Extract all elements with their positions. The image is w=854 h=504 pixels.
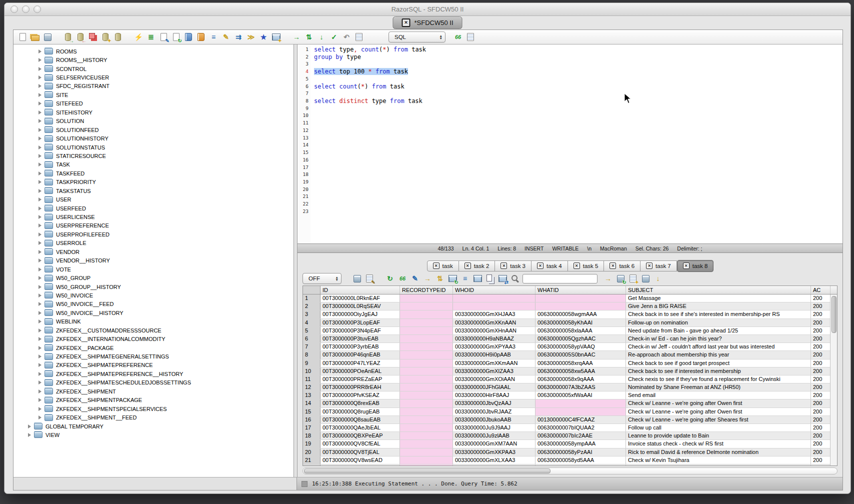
edit-statement-icon[interactable]: ✎ <box>158 32 168 42</box>
expand-triangle-icon[interactable] <box>38 198 42 202</box>
table-cell[interactable]: 200 <box>811 440 830 448</box>
table-cell[interactable]: 0033000000GmXM7AAN <box>453 440 536 448</box>
code-line-2[interactable]: group by type <box>314 54 842 61</box>
table-row[interactable]: 2100T3000000QV8wsEAD0033000000GmXLXAA300… <box>303 456 837 464</box>
table-cell[interactable]: 0033000000Ju9zlAAB <box>453 432 536 440</box>
tree-item-w50-group[interactable]: W50_GROUP <box>14 274 294 282</box>
table-cell[interactable] <box>400 392 453 399</box>
tree-item-zkfedex-shipmatepreference[interactable]: ZKFEDEX__SHIPMATEPREFERENCE <box>14 361 294 370</box>
favorites-star-icon[interactable]: ★ <box>258 32 268 42</box>
result-tab-task-6[interactable]: ✕task 6 <box>604 260 640 272</box>
edit-cell-icon[interactable]: ✎ <box>410 274 420 284</box>
tree-item-taskfeed[interactable]: TASKFEED <box>14 169 294 178</box>
table-cell[interactable]: Invoice status check - check w/ RS first <box>626 440 811 448</box>
tree-item-site[interactable]: SITE <box>14 90 294 99</box>
table-cell[interactable]: 0033000000GmXKmAAN <box>453 360 536 367</box>
table-cell[interactable]: 006300000058yd5AAA <box>536 456 626 464</box>
table-cell[interactable]: 0033000000GmXHnAAN <box>453 327 536 334</box>
expand-triangle-icon[interactable] <box>38 58 42 62</box>
table-cell[interactable]: Check back in to see if she's interested… <box>626 310 811 318</box>
result-tab-task-7[interactable]: ✕task 7 <box>640 260 677 272</box>
tree-item-userrole[interactable]: USERROLE <box>14 239 294 248</box>
table-cell[interactable]: 00T3000000P47LYEAZ <box>320 360 400 367</box>
column-header-whoid[interactable]: WHOID <box>453 286 536 294</box>
execute-sql-icon[interactable]: ⚡ <box>134 32 144 42</box>
expand-triangle-icon[interactable] <box>38 346 42 350</box>
table-cell[interactable] <box>400 360 453 367</box>
editor-code-area[interactable]: select type, count(*) from taskgroup by … <box>310 44 842 244</box>
tree-item-weblink[interactable]: WEBLINK <box>14 318 294 326</box>
indent-icon[interactable]: ⇉ <box>234 32 244 42</box>
refresh-statement-icon[interactable]: ↻ <box>171 32 181 42</box>
table-cell[interactable]: Check nexis to see if they've found a re… <box>626 376 811 383</box>
table-cell[interactable] <box>400 335 453 342</box>
table-cell[interactable]: 006300000058xw5AAA <box>536 368 626 375</box>
table-cell[interactable]: Follow-up on nomination <box>626 319 811 326</box>
column-header-rownum[interactable] <box>303 286 320 294</box>
table-cell[interactable]: 200 <box>811 327 830 334</box>
expand-triangle-icon[interactable] <box>38 285 42 289</box>
horizontal-scrollbar-thumb[interactable] <box>304 468 550 474</box>
expand-triangle-icon[interactable] <box>38 398 42 402</box>
table-cell[interactable]: 00T3000000P3tuvEAB <box>320 335 400 342</box>
table-cell[interactable]: 0033000000GmXHJAA3 <box>453 310 536 318</box>
tree-item-vendor[interactable]: VENDOR <box>14 248 294 256</box>
vertical-scrollbar[interactable] <box>830 294 837 466</box>
copy-table-icon[interactable]: ⇄ <box>498 274 508 284</box>
tab-close-icon[interactable]: ✕ <box>574 262 580 269</box>
tree-item-userpreference[interactable]: USERPREFERENCE <box>14 222 294 230</box>
table-row[interactable]: 100T3000000L0RknEAFGet Massage200 <box>303 294 837 302</box>
tree-item-solutionfeed[interactable]: SOLUTIONFEED <box>14 126 294 134</box>
expand-triangle-icon[interactable] <box>38 294 42 298</box>
split-divider[interactable] <box>294 44 298 477</box>
expand-triangle-icon[interactable] <box>38 110 42 114</box>
table-cell[interactable]: 00630000007bIQUAA2 <box>536 424 626 432</box>
table-cell[interactable] <box>536 302 626 310</box>
tree-item-vendor-history[interactable]: VENDOR__HISTORY <box>14 256 294 265</box>
tree-item-zkfedex-shipmentspecialservices[interactable]: ZKFEDEX__SHIPMENTSPECIALSERVICES <box>14 404 294 413</box>
table-cell[interactable]: 200 <box>811 335 830 342</box>
tab-close-icon[interactable]: ✕ <box>500 262 507 269</box>
go-icon[interactable]: → <box>292 32 302 42</box>
table-cell[interactable]: Check-in w/ Ed - can he join this year? <box>626 335 811 342</box>
table-cell[interactable]: 200 <box>811 408 830 416</box>
expand-triangle-icon[interactable] <box>28 424 31 428</box>
table-cell[interactable] <box>400 351 453 358</box>
table-cell[interactable]: 00T3000000PfvKSEAZ <box>320 392 400 399</box>
expand-triangle-icon[interactable] <box>38 76 42 80</box>
code-line-4[interactable]: select top 100 * from task <box>314 68 842 76</box>
table-cell[interactable]: Check w/ Leanne - we're going after Owen… <box>626 400 811 407</box>
save-results-icon[interactable] <box>352 274 362 284</box>
expand-triangle-icon[interactable] <box>38 268 42 272</box>
result-tab-task-4[interactable]: ✕task 4 <box>532 260 568 272</box>
table-cell[interactable]: 006300000058yhWAAQ <box>536 464 626 466</box>
table-row[interactable]: 1900T3000000QV8CfEAL0033000000GmXM7AAN00… <box>303 440 837 448</box>
table-cell[interactable]: Leanne to provide update to Bain <box>626 432 811 440</box>
vertical-scrollbar-thumb[interactable] <box>832 296 836 333</box>
tree-item-zkfedex-shipmatepreference-history[interactable]: ZKFEDEX__SHIPMATEPREFERENCE__HISTORY <box>14 370 294 378</box>
tree-item-zkfedex-shipment-feed[interactable]: ZKFEDEX__SHIPMENT__FEED <box>14 413 294 422</box>
expand-triangle-icon[interactable] <box>38 328 42 332</box>
table-cell[interactable]: Nominated by Shane Freeman at ANZ (HR50) <box>626 384 811 391</box>
table-cell[interactable]: 00T3000000POeAnEAL <box>320 368 400 375</box>
refresh-results-icon[interactable]: ↻ <box>385 274 395 284</box>
table-cell[interactable]: 00T3000000OiyJgEAJ <box>320 310 400 318</box>
table-cell[interactable] <box>400 456 453 464</box>
find-next-icon[interactable]: → <box>603 274 613 284</box>
table-row[interactable]: 500T3000000P3N4pEAF0033000000GmXHnAAN006… <box>303 327 837 335</box>
code-line-8[interactable]: select distinct type from task <box>314 98 842 105</box>
table-row[interactable]: 900T3000000P47LYEAZ0033000000GmXKmAAN006… <box>303 360 837 368</box>
table-cell[interactable]: Get Massage <box>626 294 811 302</box>
expand-triangle-icon[interactable] <box>38 337 42 341</box>
table-cell[interactable]: 00T3000000QBXPeEAP <box>320 432 400 440</box>
table-cell[interactable] <box>400 302 453 310</box>
table-cell[interactable] <box>453 302 536 310</box>
table-cell[interactable]: 0033000000GmXKnAAN <box>453 319 536 326</box>
table-cell[interactable] <box>400 400 453 407</box>
column-header-recordtypeid[interactable]: RECORDTYPEID <box>400 286 453 294</box>
code-line-3[interactable] <box>314 60 842 68</box>
table-cell[interactable]: Need update from Bain - gave go ahead 1/… <box>626 327 811 334</box>
expand-triangle-icon[interactable] <box>38 67 42 71</box>
expand-triangle-icon[interactable] <box>38 354 42 358</box>
generate-script-icon[interactable]: ✦ <box>628 274 638 284</box>
